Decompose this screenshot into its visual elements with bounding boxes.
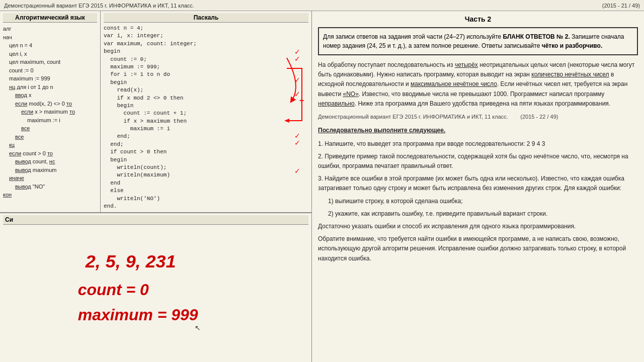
task-note: Достаточно указать ошибки и способ их ис…: [318, 222, 638, 231]
algo-line: maximum := 999: [3, 74, 97, 83]
code-table: Алгоритмический язык алг нач цел n = 4 ц…: [0, 11, 311, 213]
algo-line: кц: [3, 141, 97, 149]
underline-text: четырёх: [455, 61, 478, 68]
task-3: 3. Найдите все ошибки в этой программе (…: [318, 174, 638, 193]
main-paragraph: На обработку поступает последовательност…: [318, 60, 638, 109]
pascal-header: Паскаль: [104, 13, 308, 23]
algo-line: если mod(x, 2) <> 0 то: [3, 100, 97, 108]
handwritten-annotations: 2, 5, 9, 231 count = 0 maximum = 999 ↖: [0, 213, 311, 362]
algo-code: алг нач цел n = 4 цел i, x цел maximum, …: [3, 25, 97, 199]
task-1: 1. Напишите, что выведет эта программа п…: [318, 139, 638, 149]
algo-column: Алгоритмический язык алг нач цел n = 4 ц…: [0, 11, 101, 212]
algo-header: Алгоритмический язык: [3, 13, 97, 23]
pascal-code: const n = 4; var i, x: integer; var maxi…: [104, 25, 308, 210]
svg-text:↖: ↖: [195, 324, 201, 332]
underline-no: «NO»: [343, 90, 358, 98]
algo-line: все: [3, 133, 97, 141]
algo-line: вывод count, нс: [3, 157, 97, 166]
underline-wrong: неправильно: [318, 100, 355, 107]
algo-line: вывод "NO": [3, 183, 97, 191]
top-bar-left: Демонстрационный вариант ЕГЭ 2015 г. ИНФ…: [4, 3, 194, 9]
algo-line: если count > 0 то: [3, 149, 97, 158]
algo-line: нц для i от 1 до n: [3, 83, 97, 92]
algo-line: цел n = 4: [3, 41, 97, 50]
footer-reference: Демонстрационный вариант ЕГЭ 2015 г. ИНФ…: [318, 113, 638, 122]
svg-text:2, 5, 9, 231: 2, 5, 9, 231: [85, 251, 176, 272]
algo-line: кон: [3, 191, 97, 199]
top-bar-right: (2015 - 21 / 49): [602, 3, 640, 9]
algo-line: иначе: [3, 174, 97, 183]
algo-line: цел maximum, count: [3, 58, 97, 66]
svg-text:maximum = 999: maximum = 999: [78, 306, 198, 324]
right-text: На обработку поступает последовательност…: [318, 60, 638, 263]
algo-line: если x > maximum то: [3, 108, 97, 116]
algo-line: алг: [3, 25, 97, 33]
algo-line: цел i, x: [3, 50, 97, 58]
algo-line: все: [3, 124, 97, 133]
underline-text-2: количество нечётных чисел: [531, 71, 609, 78]
left-panel: Алгоритмический язык алг нач цел n = 4 ц…: [0, 11, 312, 362]
algo-line: maximum := i: [3, 116, 97, 125]
task-box-text: Для записи ответов на задания этой части…: [323, 32, 633, 50]
task-box: Для записи ответов на задания этой части…: [318, 27, 638, 55]
top-bar: Демонстрационный вариант ЕГЭ 2015 г. ИНФ…: [0, 0, 644, 11]
task-2: 2. Приведите пример такой последовательн…: [318, 152, 638, 171]
task-warn: Обратите внимание, что требуется найти о…: [318, 234, 638, 263]
svg-text:count = 0: count = 0: [78, 281, 149, 299]
c-section: Си 2, 5, 9, 231 count = 0 maximum = 999 …: [0, 213, 311, 362]
algo-line: нач: [3, 33, 97, 42]
task-3-sub1: 1) выпишите строку, в которой сделана ош…: [318, 197, 638, 206]
algo-line: ввод x: [3, 91, 97, 100]
task-intro: Последовательно выполните следующее.: [318, 126, 638, 135]
algo-line: вывод maximum: [3, 166, 97, 174]
main-content: Алгоритмический язык алг нач цел n = 4 ц…: [0, 11, 644, 362]
tasks-list: 1. Напишите, что выведет эта программа п…: [318, 139, 638, 263]
task-3-sub2: 2) укажите, как исправить ошибку, т.е. п…: [318, 209, 638, 219]
pascal-column: Паскаль const n = 4; var i, x: integer; …: [101, 11, 311, 212]
underline-text-3: максимальное нечётное число: [411, 80, 497, 87]
part-title: Часть 2: [318, 15, 638, 23]
algo-line: count := 0: [3, 66, 97, 75]
right-panel: Часть 2 Для записи ответов на задания эт…: [312, 11, 644, 362]
c-header: Си: [3, 215, 308, 225]
